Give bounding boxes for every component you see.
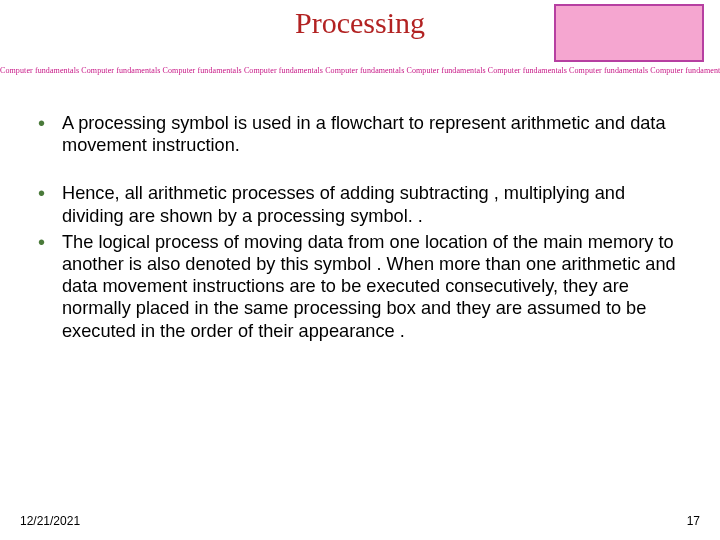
- bullet-item: The logical process of moving data from …: [34, 231, 688, 342]
- bullet-text: The logical process of moving data from …: [62, 232, 676, 341]
- bullet-text: A processing symbol is used in a flowcha…: [62, 113, 666, 155]
- footer-date: 12/21/2021: [20, 514, 80, 528]
- footer-page-number: 17: [687, 514, 700, 528]
- bullet-text: Hence, all arithmetic processes of addin…: [62, 183, 625, 225]
- bullet-list: A processing symbol is used in a flowcha…: [34, 112, 688, 368]
- bullet-item: A processing symbol is used in a flowcha…: [34, 112, 688, 156]
- decorative-ribbon: Computer fundamentals Computer fundament…: [0, 66, 720, 75]
- processing-symbol: [554, 4, 704, 62]
- bullet-item: Hence, all arithmetic processes of addin…: [34, 182, 688, 226]
